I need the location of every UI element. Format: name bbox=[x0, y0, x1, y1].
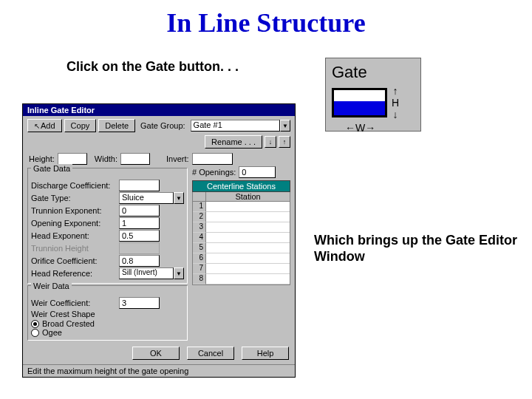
gate-group-label: Gate Group: bbox=[137, 121, 188, 130]
station-column-header: Station bbox=[206, 192, 290, 201]
head-exponent-input[interactable] bbox=[119, 230, 160, 242]
station-cell[interactable] bbox=[206, 264, 290, 274]
orifice-coef-input[interactable] bbox=[119, 255, 160, 267]
stations-grid[interactable]: 1 2 3 4 5 6 7 8 bbox=[192, 202, 290, 285]
discharge-coef-label: Discharge Coefficient: bbox=[31, 181, 116, 190]
invert-input[interactable] bbox=[192, 153, 233, 165]
head-exponent-label: Head Exponent: bbox=[31, 231, 116, 240]
head-reference-label: Head Reference: bbox=[31, 269, 116, 278]
delete-button[interactable]: Delete bbox=[98, 119, 135, 132]
discharge-coef-input[interactable] bbox=[119, 180, 160, 191]
openings-input[interactable] bbox=[239, 166, 276, 178]
radio-broad-crested[interactable]: Broad Crested bbox=[31, 319, 184, 328]
weir-data-group-title: Weir Data bbox=[31, 282, 72, 290]
gate-type-label: Gate Type: bbox=[31, 194, 116, 202]
weir-coef-input[interactable] bbox=[119, 297, 160, 309]
trunnion-height-label: Trunnion Height bbox=[31, 244, 116, 253]
caption-result: Which brings up the Gate Editor Window bbox=[314, 233, 532, 265]
radio-ogee[interactable]: Ogee bbox=[31, 328, 184, 337]
trunnion-exponent-label: Trunnion Exponent: bbox=[31, 206, 116, 215]
caption-click: Click on the Gate button. . . bbox=[66, 59, 239, 75]
row-header: 5 bbox=[193, 243, 206, 253]
slide-title: In Line Structure bbox=[0, 0, 532, 38]
row-header: 7 bbox=[193, 264, 206, 274]
station-cell[interactable] bbox=[206, 233, 290, 243]
title-bar: Inline Gate Editor bbox=[23, 104, 295, 116]
station-cell[interactable] bbox=[206, 253, 290, 264]
inline-gate-editor-window: Inline Gate Editor ↖Add Copy Delete Gate… bbox=[22, 103, 296, 378]
radio-dot-icon bbox=[31, 320, 39, 328]
orifice-coef-label: Orifice Coefficient: bbox=[31, 256, 116, 265]
rename-button[interactable]: Rename . . . bbox=[205, 135, 262, 149]
width-input[interactable] bbox=[120, 153, 150, 165]
invert-label: Invert: bbox=[166, 154, 189, 163]
row-header: 2 bbox=[193, 212, 206, 222]
weir-crest-shape-label: Weir Crest Shape bbox=[31, 310, 116, 318]
move-down-button[interactable]: ↓ bbox=[265, 136, 276, 148]
openings-label: # Openings: bbox=[192, 168, 236, 177]
opening-exponent-label: Opening Exponent: bbox=[31, 219, 116, 228]
station-cell[interactable] bbox=[206, 243, 290, 253]
row-header: 1 bbox=[193, 202, 206, 212]
station-cell[interactable] bbox=[206, 274, 290, 284]
cancel-button[interactable]: Cancel bbox=[187, 347, 234, 360]
move-up-button[interactable]: ↑ bbox=[279, 136, 290, 148]
weir-data-group: Weir Data Weir Coefficient: Weir Crest S… bbox=[27, 285, 188, 341]
row-header: 3 bbox=[193, 222, 206, 233]
trunnion-height-input-disabled bbox=[119, 242, 160, 254]
station-cell[interactable] bbox=[206, 212, 290, 222]
gate-group-dropdown-arrow[interactable]: ▼ bbox=[280, 120, 290, 132]
row-header: 4 bbox=[193, 233, 206, 243]
width-label: Width: bbox=[95, 154, 117, 163]
gate-diagram-icon bbox=[332, 88, 387, 117]
head-reference-combo[interactable]: Sill (Invert) bbox=[119, 267, 174, 279]
add-button[interactable]: ↖Add bbox=[27, 119, 62, 132]
gate-icon-label: Gate bbox=[332, 63, 415, 82]
station-cell[interactable] bbox=[206, 202, 290, 212]
height-input[interactable] bbox=[58, 153, 87, 165]
row-header: 8 bbox=[193, 274, 206, 284]
gate-type-combo[interactable]: Sluice bbox=[119, 192, 174, 204]
gate-toolbar-button[interactable]: Gate ↑ H ↓ ←W→ bbox=[325, 58, 421, 132]
row-header: 6 bbox=[193, 253, 206, 264]
trunnion-exponent-input[interactable] bbox=[119, 205, 160, 216]
gate-width-dimension: ←W→ bbox=[345, 122, 415, 134]
centerline-stations-header: Centerline Stations bbox=[192, 180, 290, 192]
height-label: Height: bbox=[29, 154, 55, 163]
copy-button[interactable]: Copy bbox=[64, 119, 97, 132]
status-bar: Edit the maximum height of the gate open… bbox=[23, 364, 295, 377]
cursor-icon: ↖ bbox=[34, 122, 40, 130]
gate-type-dropdown-arrow[interactable]: ▼ bbox=[174, 192, 184, 204]
opening-exponent-input[interactable] bbox=[119, 217, 160, 229]
gate-data-group: Gate Data Discharge Coefficient: Gate Ty… bbox=[27, 168, 188, 284]
gate-group-combo[interactable]: Gate #1 bbox=[191, 120, 280, 132]
help-button[interactable]: Help bbox=[242, 347, 289, 360]
gate-height-dimension: ↑ H ↓ bbox=[392, 85, 399, 120]
head-reference-dropdown-arrow[interactable]: ▼ bbox=[174, 267, 184, 279]
weir-coef-label: Weir Coefficient: bbox=[31, 299, 116, 307]
ok-button[interactable]: OK bbox=[132, 347, 180, 360]
radio-dot-icon bbox=[31, 329, 39, 337]
station-cell[interactable] bbox=[206, 222, 290, 233]
gate-data-group-title: Gate Data bbox=[31, 164, 72, 173]
